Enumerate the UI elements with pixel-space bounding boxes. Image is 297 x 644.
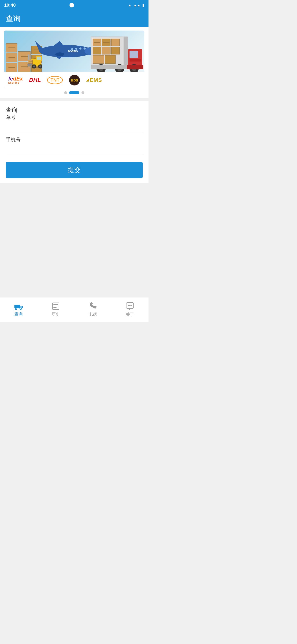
svg-rect-27: [94, 42, 100, 43]
order-number-input[interactable]: [6, 122, 143, 132]
airplane: BOEING: [33, 37, 99, 66]
svg-rect-35: [105, 55, 115, 64]
dhl-logo: DHL: [29, 77, 41, 84]
svg-rect-46: [127, 65, 143, 69]
pagination-dot-1[interactable]: [69, 91, 79, 94]
fedex-logo: fedEx Express: [8, 76, 23, 84]
status-center-dot: [69, 3, 74, 8]
submit-button[interactable]: 提交: [6, 162, 143, 178]
nav-item-phone[interactable]: 电话: [74, 298, 111, 322]
app-header: 查询: [0, 10, 148, 27]
svg-point-51: [16, 308, 17, 310]
status-time: 10:40: [4, 2, 16, 8]
svg-rect-25: [124, 37, 128, 66]
nav-label-query: 查询: [14, 311, 23, 317]
nav-label-history: 历史: [51, 312, 60, 317]
svg-rect-57: [53, 307, 56, 308]
svg-marker-62: [128, 309, 130, 310]
svg-rect-7: [29, 62, 32, 62]
ems-logo: EMS: [86, 77, 102, 84]
about-icon: [126, 302, 134, 310]
banner-container: BOEING: [0, 27, 148, 98]
pagination-dot-0[interactable]: [64, 91, 67, 94]
svg-rect-47: [14, 305, 20, 308]
bottom-navigation: 查询 历史 电话 关于: [0, 297, 148, 322]
svg-rect-56: [53, 306, 58, 306]
svg-rect-55: [53, 304, 58, 305]
svg-rect-30: [111, 39, 120, 46]
phone-input[interactable]: [6, 145, 143, 155]
svg-rect-5: [27, 66, 32, 66]
truck-icon: [14, 302, 23, 310]
header-title: 查询: [6, 14, 21, 24]
tnt-logo: TNT: [47, 76, 63, 84]
status-bar: 10:40 ▲ ▲▲ ▮: [0, 0, 148, 10]
svg-text:BOEING: BOEING: [68, 50, 78, 53]
svg-point-18: [55, 52, 64, 56]
phone-group: 手机号: [6, 136, 143, 155]
svg-point-21: [79, 48, 81, 50]
svg-point-61: [131, 305, 132, 306]
battery-icon: ▮: [142, 3, 144, 8]
nav-label-about: 关于: [126, 312, 134, 317]
section-title: 查询: [6, 107, 17, 113]
svg-rect-31: [93, 47, 101, 54]
svg-rect-45: [91, 65, 130, 69]
empty-content-area: [0, 183, 148, 270]
svg-point-59: [128, 305, 129, 306]
svg-rect-37: [130, 51, 138, 58]
banner-pagination: [4, 88, 144, 96]
query-section: 查询 单号 手机号 提交: [0, 101, 148, 183]
order-number-group: 单号: [6, 114, 143, 132]
ems-arrow-icon: [86, 79, 89, 82]
nav-item-history[interactable]: 历史: [37, 298, 74, 322]
nav-label-phone: 电话: [89, 312, 97, 317]
carrier-logos: fedEx Express DHL TNT ups EMS: [4, 72, 144, 88]
phone-label: 手机号: [6, 136, 143, 143]
svg-point-60: [129, 305, 131, 306]
svg-point-53: [20, 308, 21, 310]
banner-image[interactable]: BOEING: [4, 30, 144, 88]
ups-logo: ups: [69, 75, 80, 86]
wifi-icon: ▲: [128, 3, 132, 8]
svg-rect-33: [111, 47, 120, 54]
svg-rect-34: [93, 55, 104, 64]
nav-item-query[interactable]: 查询: [0, 298, 37, 322]
pagination-dot-2[interactable]: [81, 91, 84, 94]
svg-rect-38: [130, 59, 141, 62]
nav-item-about[interactable]: 关于: [111, 298, 148, 322]
phone-icon: [89, 302, 96, 310]
svg-point-22: [83, 48, 86, 50]
order-number-label: 单号: [6, 114, 143, 120]
svg-point-20: [75, 48, 77, 50]
svg-rect-29: [103, 42, 109, 43]
status-icons: ▲ ▲▲ ▮: [128, 3, 144, 8]
svg-rect-32: [102, 47, 110, 54]
signal-icon: ▲▲: [133, 3, 141, 8]
svg-marker-14: [35, 41, 45, 51]
history-icon: [51, 302, 60, 310]
svg-rect-4: [27, 64, 32, 65]
